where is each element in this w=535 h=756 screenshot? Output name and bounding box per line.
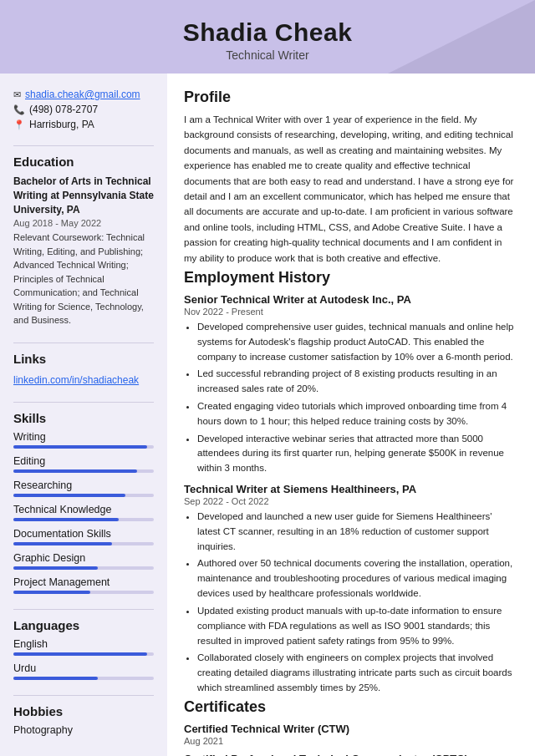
coursework-label: Relevant Coursework:: [13, 232, 104, 242]
cert-title: Certified Professional Technical Communi…: [184, 753, 517, 756]
skills-list: Writing Editing Researching Technical Kn…: [13, 431, 154, 594]
skill-bar-bg: [13, 542, 154, 545]
skill-item: Project Management: [13, 576, 154, 594]
skill-bar-fill: [13, 591, 90, 594]
contact-section: ✉ shadia.cheak@gmail.com 📞 (498) 078-270…: [13, 89, 154, 130]
linkedin-link[interactable]: linkedin.com/in/shadiacheak: [13, 374, 139, 386]
skill-name: Writing: [13, 431, 154, 443]
skill-name: Editing: [13, 455, 154, 467]
skills-title: Skills: [13, 411, 154, 425]
skill-item: Researching: [13, 479, 154, 497]
job-entry: Senior Technical Writer at Autodesk Inc.…: [184, 293, 517, 476]
profile-text: I am a Technical Writer with over 1 year…: [184, 112, 517, 266]
candidate-name: Shadia Cheak: [0, 18, 535, 47]
location-item: 📍 Harrisburg, PA: [13, 119, 154, 130]
skill-bar-bg: [13, 445, 154, 449]
skill-bar-bg: [13, 494, 154, 497]
job-bullet: Developed interactive webinar series tha…: [197, 432, 517, 476]
certs-list: Certified Technical Writer (CTW) Aug 202…: [184, 723, 517, 756]
job-date: Sep 2022 - Oct 2022: [184, 496, 517, 506]
skill-name: Technical Knowledge: [13, 504, 154, 515]
skill-item: Graphic Design: [13, 552, 154, 570]
job-bullet: Created engaging video tutorials which i…: [197, 399, 517, 429]
skill-item: Technical Knowledge: [13, 504, 154, 521]
skill-name: Researching: [13, 479, 154, 491]
job-entry: Technical Writer at Siemens Healthineers…: [184, 483, 517, 696]
main-content: Profile I am a Technical Writer with ove…: [167, 74, 535, 756]
divider-skills: [13, 609, 154, 610]
job-bullets: Developed comprehensive user guides, tec…: [184, 320, 517, 476]
languages-title: Languages: [13, 618, 154, 632]
jobs-list: Senior Technical Writer at Autodesk Inc.…: [184, 293, 517, 696]
location-icon: 📍: [13, 119, 25, 130]
hobby-item: Photography: [13, 724, 154, 736]
location-text: Harrisburg, PA: [29, 119, 94, 130]
lang-bar-bg: [13, 652, 154, 656]
job-bullet: Developed and launched a new user guide …: [197, 510, 517, 554]
skill-bar-bg: [13, 518, 154, 521]
skill-bar-bg: [13, 566, 154, 570]
sidebar: ✉ shadia.cheak@gmail.com 📞 (498) 078-270…: [0, 74, 167, 756]
lang-bar-fill: [13, 677, 98, 680]
education-section: Education Bachelor of Arts in Technical …: [13, 155, 154, 327]
skill-bar-fill: [13, 494, 125, 497]
phone-icon: 📞: [13, 104, 25, 115]
skill-bar-fill: [13, 566, 98, 570]
links-title: Links: [13, 352, 154, 366]
divider-education: [13, 342, 154, 343]
email-item: ✉ shadia.cheak@gmail.com: [13, 89, 154, 100]
job-title: Technical Writer at Siemens Healthineers…: [184, 483, 517, 495]
skill-name: Project Management: [13, 576, 154, 588]
job-title: Senior Technical Writer at Autodesk Inc.…: [184, 293, 517, 306]
divider-contact: [13, 145, 154, 146]
language-item: English: [13, 638, 154, 656]
skills-section: Skills Writing Editing Researching Techn…: [13, 411, 154, 594]
job-bullet: Collaborated closely with engineers on c…: [197, 651, 517, 695]
job-date: Nov 2022 - Present: [184, 307, 517, 317]
page-header: Shadia Cheak Technical Writer: [0, 0, 535, 74]
language-name: English: [13, 638, 154, 650]
skill-bar-bg: [13, 469, 154, 473]
cert-date: Aug 2021: [184, 736, 517, 746]
cert-title: Certified Technical Writer (CTW): [184, 723, 517, 735]
links-section: Links linkedin.com/in/shadiacheak: [13, 352, 154, 387]
email-link[interactable]: shadia.cheak@gmail.com: [25, 89, 140, 100]
edu-date: Aug 2018 - May 2022: [13, 218, 154, 228]
hobbies-list: Photography: [13, 724, 154, 736]
hobbies-section: Hobbies Photography: [13, 704, 154, 736]
skill-item: Editing: [13, 455, 154, 473]
job-bullet: Authored over 50 technical documents cov…: [197, 556, 517, 601]
hobbies-title: Hobbies: [13, 704, 154, 718]
candidate-title: Technical Writer: [0, 48, 535, 62]
employment-section: Employment History Senior Technical Writ…: [184, 269, 517, 696]
skill-item: Writing: [13, 431, 154, 449]
coursework-text: Technical Writing, Editing, and Publishi…: [13, 232, 145, 325]
main-layout: ✉ shadia.cheak@gmail.com 📞 (498) 078-270…: [0, 74, 535, 756]
skill-bar-fill: [13, 445, 147, 449]
skill-name: Graphic Design: [13, 552, 154, 564]
languages-section: Languages English Urdu: [13, 618, 154, 680]
divider-links: [13, 402, 154, 403]
job-bullet: Updated existing product manuals with up…: [197, 604, 517, 648]
divider-languages: [13, 695, 154, 696]
cert-entry: Certified Technical Writer (CTW) Aug 202…: [184, 723, 517, 746]
cert-entry: Certified Professional Technical Communi…: [184, 753, 517, 756]
certificates-section: Certificates Certified Technical Writer …: [184, 698, 517, 756]
certificates-title: Certificates: [184, 698, 517, 716]
phone-text: (498) 078-2707: [29, 104, 98, 115]
skill-bar-fill: [13, 469, 137, 473]
edu-degree: Bachelor of Arts in Technical Writing at…: [13, 175, 154, 216]
languages-list: English Urdu: [13, 638, 154, 680]
phone-item: 📞 (498) 078-2707: [13, 104, 154, 115]
profile-section: Profile I am a Technical Writer with ove…: [184, 89, 517, 266]
skill-bar-bg: [13, 591, 154, 594]
language-name: Urdu: [13, 662, 154, 674]
skill-name: Documentation Skills: [13, 528, 154, 540]
job-bullet: Led successful rebranding project of 8 e…: [197, 367, 517, 397]
employment-title: Employment History: [184, 269, 517, 287]
profile-title: Profile: [184, 89, 517, 106]
language-item: Urdu: [13, 662, 154, 680]
skill-bar-fill: [13, 542, 112, 545]
skill-bar-fill: [13, 518, 119, 521]
skill-item: Documentation Skills: [13, 528, 154, 545]
